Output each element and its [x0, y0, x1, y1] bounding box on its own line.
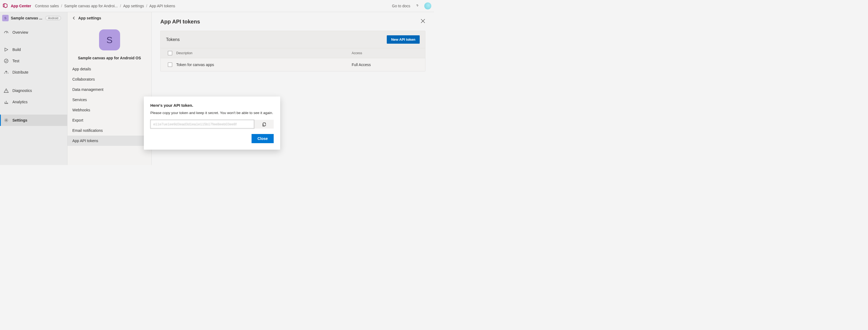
sidebar-item-label: Build — [12, 47, 21, 52]
topbar-right: Go to docs — [392, 2, 431, 9]
tokens-card-header: Tokens New API token — [161, 31, 425, 48]
tokens-table-header: Description Access — [161, 48, 425, 58]
sidebar-app-title: Sample canvas ... — [11, 16, 43, 20]
sidebar-item-label: Settings — [12, 118, 27, 122]
token-row[interactable]: Token for canvas apps Full Access — [161, 58, 425, 71]
gauge-icon — [4, 30, 9, 35]
api-token-modal: Here's your API token. Please copy your … — [144, 97, 280, 150]
hexagon-icon — [3, 3, 9, 9]
top-bar: App Center Contoso sales / Sample canvas… — [0, 0, 434, 12]
breadcrumb-item[interactable]: App API tokens — [149, 4, 175, 8]
col-access: Access — [352, 51, 422, 55]
select-all-checkbox[interactable] — [168, 51, 172, 55]
settings-item-export[interactable]: Export — [67, 115, 151, 125]
user-avatar[interactable] — [424, 2, 431, 9]
sidebar-item-label: Overview — [12, 30, 28, 34]
sidebar-app-icon: S — [2, 15, 9, 21]
modal-footer: Close — [150, 134, 274, 143]
back-to-app-settings[interactable]: App settings — [67, 12, 151, 24]
breadcrumb-item[interactable]: Contoso sales — [35, 4, 59, 8]
modal-subtitle: Please copy your token and keep it secre… — [150, 111, 274, 115]
sidebar-item-label: Diagnostics — [12, 89, 32, 93]
sidebar-item-analytics[interactable]: Analytics — [0, 96, 67, 107]
settings-item-app-api-tokens[interactable]: App API tokens — [67, 136, 151, 146]
sidebar-item-settings[interactable]: Settings — [0, 114, 67, 126]
copy-icon — [262, 122, 266, 127]
sidebar-item-label: Analytics — [12, 100, 28, 104]
svg-point-0 — [4, 59, 8, 63]
settings-item-collaborators[interactable]: Collaborators — [67, 74, 151, 85]
page-title: App API tokens — [160, 19, 425, 25]
settings-item-email-notifications[interactable]: Email notifications — [67, 125, 151, 136]
close-panel-button[interactable] — [421, 19, 425, 25]
settings-column: App settings S Sample canvas app for And… — [67, 12, 152, 165]
distribute-icon — [4, 70, 9, 75]
modal-title: Here's your API token. — [150, 103, 274, 107]
platform-badge: Android — [45, 16, 61, 20]
col-description: Description — [176, 51, 352, 55]
breadcrumb-sep: / — [61, 4, 62, 8]
settings-item-services[interactable]: Services — [67, 95, 151, 105]
settings-item-app-details[interactable]: App details — [67, 64, 151, 74]
go-to-docs-link[interactable]: Go to docs — [392, 4, 410, 8]
token-description: Token for canvas apps — [176, 63, 352, 67]
brand-text: App Center — [11, 4, 31, 8]
copy-token-button[interactable] — [254, 120, 274, 129]
warning-triangle-icon — [4, 88, 9, 93]
sidebar-item-overview[interactable]: Overview — [0, 27, 67, 38]
sidebar-item-distribute[interactable]: Distribute — [0, 67, 67, 78]
breadcrumb-item[interactable]: Sample canvas app for Androi... — [64, 4, 118, 8]
breadcrumb: Contoso sales / Sample canvas app for An… — [35, 4, 175, 8]
settings-item-webhooks[interactable]: Webhooks — [67, 105, 151, 115]
sidebar-item-build[interactable]: Build — [0, 44, 67, 55]
settings-app-name: Sample canvas app for Android OS — [71, 56, 148, 60]
sidebar-item-label: Distribute — [12, 70, 28, 74]
settings-app-icon: S — [99, 29, 120, 51]
help-icon[interactable] — [415, 4, 420, 8]
row-checkbox[interactable] — [168, 63, 172, 67]
breadcrumb-sep: / — [146, 4, 147, 8]
token-display-row: e11e7ue1ee9d3ead3d1ea1e115b17fee8eeb03ee… — [150, 120, 274, 129]
sidebar-item-test[interactable]: Test — [0, 55, 67, 67]
sidebar-item-label: Test — [12, 59, 20, 63]
token-access: Full Access — [352, 63, 422, 67]
close-icon — [421, 19, 425, 24]
chevron-left-icon — [72, 16, 75, 20]
settings-app-block: S Sample canvas app for Android OS — [67, 24, 151, 64]
new-api-token-button[interactable]: New API token — [387, 35, 420, 44]
breadcrumb-item[interactable]: App settings — [123, 4, 144, 8]
tokens-title: Tokens — [166, 37, 180, 42]
left-sidebar: S Sample canvas ... Android Overview Bui… — [0, 12, 67, 165]
close-modal-button[interactable]: Close — [252, 134, 274, 143]
bar-chart-icon — [4, 99, 9, 104]
play-icon — [4, 47, 9, 52]
sidebar-app-header[interactable]: S Sample canvas ... Android — [0, 12, 67, 24]
settings-item-data-management[interactable]: Data management — [67, 85, 151, 95]
tokens-card: Tokens New API token Description Access … — [160, 31, 425, 71]
svg-point-1 — [6, 120, 7, 121]
breadcrumb-sep: / — [120, 4, 121, 8]
app-center-logo[interactable]: App Center — [3, 3, 31, 9]
sidebar-item-diagnostics[interactable]: Diagnostics — [0, 85, 67, 96]
gear-icon — [4, 118, 9, 123]
back-label: App settings — [78, 16, 101, 20]
check-circle-icon — [4, 59, 9, 63]
token-value-field[interactable]: e11e7ue1ee9d3ead3d1ea1e115b17fee8eeb03ee… — [150, 120, 254, 129]
